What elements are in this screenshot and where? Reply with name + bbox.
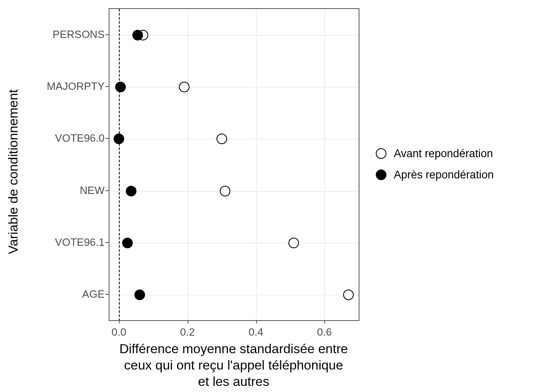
gridline-v [324, 9, 325, 321]
y-tick [105, 242, 109, 243]
x-axis-title-line: ceux qui ont reçu l'appel téléphonique [124, 358, 343, 372]
y-tick [105, 34, 109, 35]
x-tick [119, 320, 120, 323]
point-avant [288, 238, 299, 248]
gridline-h [109, 191, 359, 192]
gridline-h [109, 139, 359, 139]
y-tick-label: VOTE96.1 [55, 236, 105, 249]
gridline-h [109, 243, 359, 243]
reference-vline [119, 9, 120, 321]
point-apres [114, 134, 124, 144]
y-tick-label: MAJORPTY [47, 80, 105, 93]
x-tick-label: 0.4 [248, 326, 263, 339]
y-axis-line [109, 8, 109, 321]
legend: Avant repondération Après repondération [376, 143, 494, 185]
y-tick [105, 294, 109, 295]
y-tick-label: PERSONS [53, 28, 105, 40]
gridline-h [109, 295, 359, 295]
plot-panel [109, 8, 359, 321]
gridline-v [187, 9, 188, 321]
open-circle-icon [376, 148, 386, 159]
gridline-v [256, 9, 257, 321]
y-tick [105, 138, 109, 139]
point-avant [220, 186, 230, 196]
x-tick-label: 0.2 [180, 326, 195, 339]
x-axis-title-line: et les autres [198, 374, 269, 389]
x-tick [324, 320, 325, 323]
x-axis-title: Différence moyenne standardisée entre ce… [109, 341, 359, 390]
balance-dot-plot: 0.0 0.2 0.4 0.6 PERSONS MAJORPTY VOTE96.… [0, 0, 549, 392]
filled-circle-icon [376, 169, 386, 180]
legend-label: Après repondération [394, 169, 494, 181]
legend-item-avant: Avant repondération [376, 143, 494, 164]
y-tick-label: AGE [82, 288, 105, 301]
legend-label: Avant repondération [394, 147, 493, 160]
x-tick-label: 0.6 [317, 326, 332, 339]
point-avant [216, 134, 227, 144]
y-tick [105, 86, 109, 87]
x-tick [256, 320, 257, 323]
y-tick-label: NEW [80, 184, 105, 196]
point-apres [132, 30, 143, 40]
point-apres [122, 238, 133, 248]
gridline-h [109, 87, 359, 87]
y-tick [105, 190, 109, 191]
x-tick-label: 0.0 [112, 326, 126, 339]
x-tick [187, 320, 188, 323]
point-apres [134, 290, 145, 300]
point-avant [343, 290, 354, 300]
point-apres [126, 186, 136, 196]
point-apres [115, 82, 126, 92]
x-axis-title-line: Différence moyenne standardisée entre [119, 341, 348, 356]
y-tick-label: VOTE96.0 [55, 132, 105, 145]
point-avant [179, 82, 190, 92]
legend-item-apres: Après repondération [376, 164, 494, 185]
y-axis-title: Variable de conditionnement [6, 16, 21, 328]
x-axis-line [109, 320, 359, 321]
